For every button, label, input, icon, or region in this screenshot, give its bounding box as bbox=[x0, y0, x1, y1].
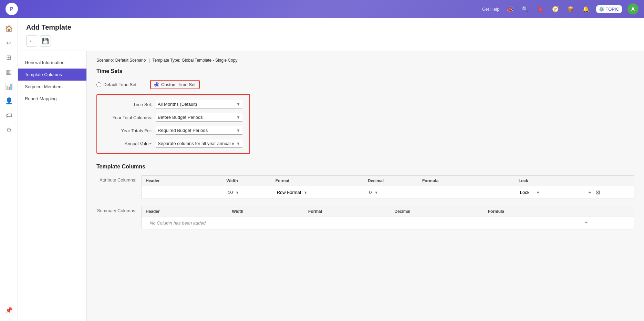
attr-header-input[interactable] bbox=[146, 189, 173, 196]
table-row: 10 20 30 ▼ bbox=[142, 186, 634, 199]
active-tool-icon: ⚙️ bbox=[599, 7, 604, 12]
no-column-cell: No Column has been added. bbox=[142, 217, 579, 229]
delete-attribute-row-button[interactable]: ⊠ bbox=[594, 188, 601, 196]
time-sets-title: Time Sets bbox=[96, 68, 634, 74]
megaphone-button[interactable]: 📣 bbox=[505, 4, 515, 14]
add-summary-row-button[interactable]: + bbox=[583, 219, 589, 227]
attr-lock-cell: Lock Unlock ▼ bbox=[515, 186, 583, 199]
add-attribute-row-button[interactable]: + bbox=[587, 189, 593, 196]
pin-icon-btn[interactable]: 📌 bbox=[2, 304, 15, 317]
attr-decimal-cell: 0 1 2 ▼ bbox=[364, 186, 418, 199]
no-column-message: No Column has been added. bbox=[146, 218, 211, 228]
attr-formula-col: Formula bbox=[418, 176, 515, 186]
chart-icon-btn[interactable]: 📊 bbox=[2, 80, 15, 93]
avatar[interactable]: A bbox=[627, 3, 638, 14]
attr-width-select-wrapper: 10 20 30 ▼ bbox=[227, 189, 240, 196]
toolbar: ← 💾 bbox=[26, 35, 636, 51]
top-nav: P Get Help 📣 🔍 🔖 🧭 📦 🔔 ⚙️ TOPIC A bbox=[0, 0, 644, 18]
annual-value-select[interactable]: Separate columns for all year annual v S… bbox=[156, 139, 242, 148]
nav-item-segment-members[interactable]: Segment Members bbox=[18, 81, 86, 93]
attr-formula-input[interactable] bbox=[422, 189, 457, 196]
nav-item-report-mapping[interactable]: Report Mapping bbox=[18, 93, 86, 105]
sum-format-col: Format bbox=[304, 206, 390, 217]
scenario-value: Default Scenario bbox=[115, 58, 146, 63]
active-tool-label: TOPIC bbox=[606, 7, 620, 12]
template-columns-section: Template Columns Attribute Columns: Head… bbox=[96, 164, 634, 229]
attribute-columns-table: Header Width Format Decimal Formula Lock bbox=[142, 176, 634, 199]
back-button[interactable]: ← bbox=[26, 35, 37, 46]
time-set-row: Time Set: All Months (Default) Monthly Q… bbox=[104, 100, 242, 108]
dashboard-icon-btn[interactable]: ⊞ bbox=[2, 51, 15, 64]
attr-action-cell: + ⊠ bbox=[583, 186, 634, 199]
home-icon-btn[interactable]: 🏠 bbox=[2, 22, 15, 35]
summary-columns-table: Header Width Format Decimal Formula bbox=[142, 206, 634, 229]
attr-width-select[interactable]: 10 20 30 bbox=[227, 189, 240, 196]
table-row: No Column has been added. + bbox=[142, 217, 634, 229]
default-time-set-radio[interactable] bbox=[96, 82, 101, 87]
custom-time-set-radio[interactable] bbox=[154, 82, 159, 87]
history-icon-btn[interactable]: ↩ bbox=[2, 37, 15, 50]
sum-actions-col bbox=[579, 206, 634, 217]
time-set-label: Time Set: bbox=[104, 102, 156, 107]
attr-lock-col: Lock bbox=[515, 176, 583, 186]
attr-formula-cell bbox=[418, 186, 515, 199]
breadcrumb-sep: | bbox=[148, 58, 149, 63]
sum-header-col: Header bbox=[142, 206, 228, 217]
page-header: Add Template ← 💾 bbox=[18, 18, 644, 51]
time-set-form-box: Time Set: All Months (Default) Monthly Q… bbox=[96, 94, 250, 154]
main-content: Scenario: Default Scenario | Template Ty… bbox=[87, 51, 644, 321]
year-totals-for-select[interactable]: Required Budget Periods All Budget Perio… bbox=[156, 126, 242, 135]
search-button[interactable]: 🔍 bbox=[520, 4, 530, 14]
attr-width-cell: 10 20 30 ▼ bbox=[222, 186, 271, 199]
tag-icon-btn[interactable]: 🏷 bbox=[2, 109, 15, 122]
page-title: Add Template bbox=[26, 23, 636, 31]
icon-sidebar-bottom: 📌 bbox=[2, 304, 15, 317]
year-total-columns-label: Year Total Columns: bbox=[104, 115, 156, 120]
template-type-value: Global Template - Single Copy bbox=[182, 58, 238, 63]
year-totals-for-select-wrapper: Required Budget Periods All Budget Perio… bbox=[156, 126, 242, 135]
attr-decimal-select[interactable]: 0 1 2 bbox=[368, 189, 379, 196]
default-time-set-option[interactable]: Default Time Set bbox=[96, 82, 136, 87]
compass-button[interactable]: 🧭 bbox=[551, 4, 560, 14]
settings-icon-btn[interactable]: ⚙ bbox=[2, 123, 15, 136]
attr-header-cell bbox=[142, 186, 222, 199]
content-area: Add Template ← 💾 General Information Tem… bbox=[18, 18, 644, 321]
nav-item-template-columns[interactable]: Template Columns bbox=[18, 69, 86, 81]
year-total-columns-select-wrapper: Before Budget Periods After Budget Perio… bbox=[156, 113, 242, 122]
icon-sidebar: 🏠 ↩ ⊞ ▦ 📊 👤 🏷 ⚙ 📌 bbox=[0, 18, 18, 321]
attr-header-col: Header bbox=[142, 176, 222, 186]
bookmark-button[interactable]: 🔖 bbox=[536, 4, 545, 14]
save-button[interactable]: 💾 bbox=[40, 35, 51, 46]
attr-format-select[interactable]: Row Format Number Text bbox=[276, 189, 308, 196]
active-tool[interactable]: ⚙️ TOPIC bbox=[596, 5, 622, 13]
custom-time-set-box: Custom Time Set bbox=[150, 80, 200, 89]
template-columns-title: Template Columns bbox=[96, 164, 634, 170]
time-set-select-wrapper: All Months (Default) Monthly Quarterly A… bbox=[156, 100, 242, 108]
attr-format-select-wrapper: Row Format Number Text ▼ bbox=[276, 189, 308, 196]
annual-value-row: Annual Value: Separate columns for all y… bbox=[104, 139, 242, 148]
top-nav-left: P bbox=[6, 3, 18, 15]
summary-columns-label: Summary Columns: bbox=[96, 206, 141, 213]
sub-layout: General Information Template Columns Seg… bbox=[18, 51, 644, 321]
grid-icon-btn[interactable]: ▦ bbox=[2, 65, 15, 79]
box-button[interactable]: 📦 bbox=[566, 4, 575, 14]
custom-time-set-option[interactable]: Custom Time Set bbox=[154, 82, 196, 87]
get-help-button[interactable]: Get Help bbox=[482, 7, 499, 12]
main-layout: 🏠 ↩ ⊞ ▦ 📊 👤 🏷 ⚙ 📌 Add Template ← 💾 Gener… bbox=[0, 18, 644, 321]
scenario-label: Scenario: bbox=[96, 58, 114, 63]
nav-item-general-information[interactable]: General Information bbox=[18, 56, 86, 69]
default-time-set-label: Default Time Set bbox=[103, 82, 136, 87]
attr-decimal-col: Decimal bbox=[364, 176, 418, 186]
attr-lock-select[interactable]: Lock Unlock bbox=[519, 189, 541, 196]
year-total-columns-row: Year Total Columns: Before Budget Period… bbox=[104, 113, 242, 122]
year-total-columns-select[interactable]: Before Budget Periods After Budget Perio… bbox=[156, 113, 242, 122]
annual-value-label: Annual Value: bbox=[104, 141, 156, 146]
sum-formula-col: Formula bbox=[484, 206, 579, 217]
person-icon-btn[interactable]: 👤 bbox=[2, 94, 15, 107]
bell-button[interactable]: 🔔 bbox=[581, 4, 591, 14]
template-type-label: Template Type: bbox=[153, 58, 180, 63]
time-set-select[interactable]: All Months (Default) Monthly Quarterly A… bbox=[156, 100, 242, 108]
summary-columns-table-wrapper: Header Width Format Decimal Formula bbox=[141, 206, 634, 229]
top-nav-right: Get Help 📣 🔍 🔖 🧭 📦 🔔 ⚙️ TOPIC A bbox=[482, 3, 638, 14]
year-totals-for-row: Year Totals For: Required Budget Periods… bbox=[104, 126, 242, 135]
